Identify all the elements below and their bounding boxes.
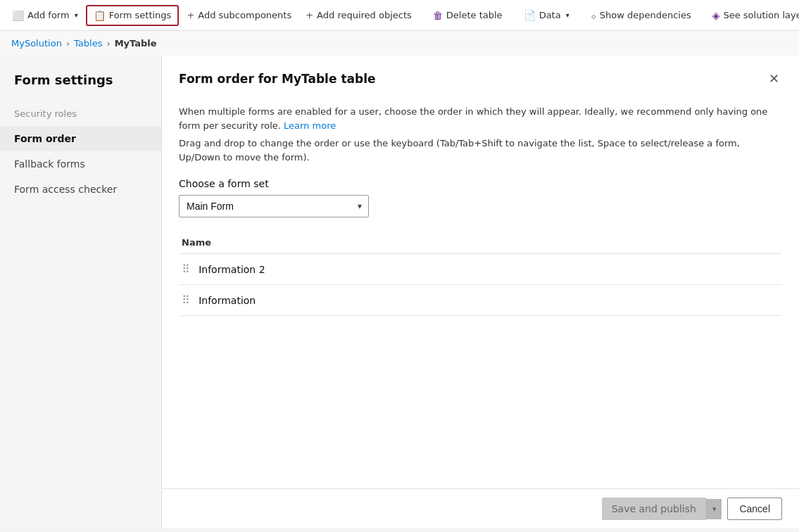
learn-more-link[interactable]: Learn more [284,120,336,131]
add-form-icon: ⬜ [12,10,24,21]
form-order-table: Name ⠿ Information 2 ⠿ Information [179,232,782,316]
save-publish-label: Save and publish [602,498,706,520]
dialog-close-button[interactable]: ✕ [766,70,782,88]
see-solution-layers-button[interactable]: ◈ See solution layers [706,6,799,25]
breadcrumb-tables[interactable]: Tables [74,38,102,49]
form-settings-button[interactable]: 📋 Form settings [86,5,180,26]
breadcrumb: MySolution › Tables › MyTable [0,31,799,56]
form-set-select[interactable]: Main Form [179,195,369,217]
table-cell-row1: ⠿ Information 2 [179,254,782,285]
dialog-description-1: When multiple forms are enabled for a us… [179,105,782,132]
dialog-body: When multiple forms are enabled for a us… [162,96,799,488]
save-publish-button[interactable]: Save and publish ▾ [602,498,722,520]
dialog-header: Form order for MyTable table ✕ [162,56,799,96]
cancel-button[interactable]: Cancel [727,498,782,520]
dialog-footer: Save and publish ▾ Cancel [162,488,799,528]
sidebar-item-form-access-checker[interactable]: Form access checker [0,177,161,202]
show-dependencies-button[interactable]: ⬦ Show dependencies [584,6,698,25]
dialog-title: Form order for MyTable table [179,72,376,86]
table-row: ⠿ Information 2 [179,254,782,285]
dialog-description-2: Drag and drop to change the order or use… [179,137,782,164]
sidebar-item-security-roles[interactable]: Security roles [0,101,161,126]
choose-form-set-label: Choose a form set [179,178,782,189]
solution-layers-icon: ◈ [712,10,720,21]
save-publish-chevron-icon[interactable]: ▾ [706,499,722,519]
drag-handle-icon-1[interactable]: ⠿ [182,262,190,276]
add-form-button[interactable]: ⬜ Add form ▾ [6,6,84,25]
table-row: ⠿ Information [179,285,782,316]
sidebar-title: Form settings [0,72,161,101]
breadcrumb-sep-1: › [66,38,70,49]
add-required-objects-button[interactable]: + Add required objects [299,6,418,24]
data-icon: 📄 [524,10,536,21]
delete-table-button[interactable]: 🗑 Delete table [427,6,509,25]
main-area: Type ▾ Custom Custom Custom Custom Form … [0,56,799,528]
form-set-select-wrapper: Main Form ▾ [179,195,369,217]
data-chevron: ▾ [566,11,570,19]
breadcrumb-mysolution[interactable]: MySolution [11,38,62,49]
show-dependencies-icon: ⬦ [591,10,596,21]
toolbar: ⬜ Add form ▾ 📋 Form settings + Add subco… [0,0,799,31]
form-order-dialog: Form order for MyTable table ✕ When mult… [162,56,799,528]
add-subcomponents-button[interactable]: + Add subcomponents [180,6,298,24]
sidebar-item-form-order[interactable]: Form order [0,126,161,151]
drag-handle-icon-2[interactable]: ⠿ [182,293,190,307]
breadcrumb-mytable: MyTable [115,38,157,49]
sidebar-item-fallback-forms[interactable]: Fallback forms [0,151,161,177]
table-cell-row2: ⠿ Information [179,285,782,316]
form-settings-icon: 📋 [94,10,106,21]
data-button[interactable]: 📄 Data ▾ [517,6,576,25]
delete-icon: 🗑 [433,10,443,21]
add-form-chevron: ▾ [75,11,78,19]
settings-sidebar: Form settings Security roles Form order … [0,56,162,528]
name-column-header: Name [179,232,782,254]
breadcrumb-sep-2: › [106,38,110,49]
